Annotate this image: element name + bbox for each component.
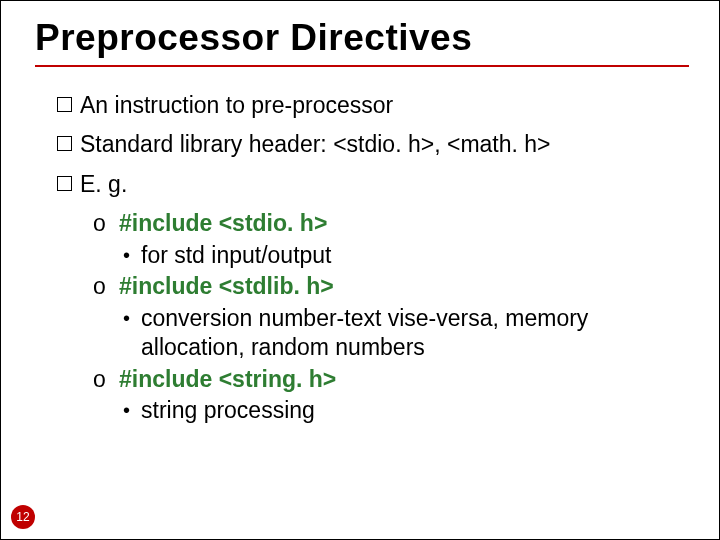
sub-list: o #include <string. h> <box>93 365 689 394</box>
list-item: o #include <stdio. h> <box>93 209 689 238</box>
square-bullet-icon <box>57 136 72 151</box>
sub-sub-list: • string processing <box>123 396 689 425</box>
list-item: • string processing <box>123 396 689 425</box>
include-directive: #include <stdio. h> <box>119 209 327 238</box>
sub-list: o #include <stdlib. h> <box>93 272 689 301</box>
description-text: conversion number-text vise-versa, memor… <box>141 304 659 363</box>
sub-sub-list: • conversion number-text vise-versa, mem… <box>123 304 689 363</box>
include-directive: #include <stdlib. h> <box>119 272 334 301</box>
bullet-text: Standard library header: <stdio. h>, <ma… <box>80 130 551 159</box>
list-item: o #include <stdlib. h> <box>93 272 689 301</box>
description-text: for std input/output <box>141 241 332 270</box>
bullet-text: E. g. <box>80 170 127 199</box>
sub-sub-list: • for std input/output <box>123 241 689 270</box>
list-item: • conversion number-text vise-versa, mem… <box>123 304 689 363</box>
dot-bullet-icon: • <box>123 304 141 332</box>
bullet-text: An instruction to pre-processor <box>80 91 393 120</box>
dot-bullet-icon: • <box>123 241 141 269</box>
bullet-item: E. g. <box>57 170 689 199</box>
circle-bullet-icon: o <box>93 209 119 238</box>
circle-bullet-icon: o <box>93 365 119 394</box>
list-item: o #include <string. h> <box>93 365 689 394</box>
square-bullet-icon <box>57 97 72 112</box>
bullet-item: Standard library header: <stdio. h>, <ma… <box>57 130 689 159</box>
list-item: • for std input/output <box>123 241 689 270</box>
page-title: Preprocessor Directives <box>35 17 689 67</box>
square-bullet-icon <box>57 176 72 191</box>
slide: Preprocessor Directives An instruction t… <box>0 0 720 540</box>
bullet-item: An instruction to pre-processor <box>57 91 689 120</box>
description-text: string processing <box>141 396 315 425</box>
circle-bullet-icon: o <box>93 272 119 301</box>
dot-bullet-icon: • <box>123 396 141 424</box>
sub-list: o #include <stdio. h> <box>93 209 689 238</box>
include-directive: #include <string. h> <box>119 365 336 394</box>
page-number-badge: 12 <box>11 505 35 529</box>
